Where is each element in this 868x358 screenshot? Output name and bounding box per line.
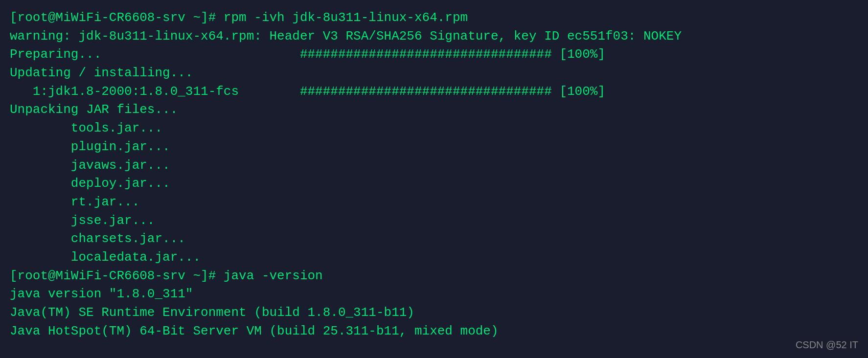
terminal-line: Java(TM) SE Runtime Environment (build 1… <box>10 304 858 322</box>
terminal-line: deploy.jar... <box>10 175 858 193</box>
terminal-line: tools.jar... <box>10 119 858 138</box>
terminal-line: Updating / installing... <box>10 64 858 83</box>
terminal-line: warning: jdk-8u311-linux-x64.rpm: Header… <box>10 27 858 46</box>
terminal-line: [root@MiWiFi-CR6608-srv ~]# java -versio… <box>10 267 858 286</box>
terminal-line: Java HotSpot(TM) 64-Bit Server VM (build… <box>10 322 858 341</box>
terminal-line: [root@MiWiFi-CR6608-srv ~]# rpm -ivh jdk… <box>10 9 858 27</box>
terminal-line: jsse.jar... <box>10 212 858 230</box>
terminal-line: 1:jdk1.8-2000:1.8.0_311-fcs ############… <box>10 83 858 101</box>
terminal-line: rt.jar... <box>10 193 858 212</box>
terminal-line: charsets.jar... <box>10 230 858 248</box>
terminal-line: java version "1.8.0_311" <box>10 285 858 304</box>
watermark: CSDN @52 IT <box>796 338 858 352</box>
terminal-line: Preparing... ###########################… <box>10 45 858 64</box>
terminal-line: plugin.jar... <box>10 138 858 157</box>
terminal-output: [root@MiWiFi-CR6608-srv ~]# rpm -ivh jdk… <box>10 9 858 340</box>
terminal-line: javaws.jar... <box>10 157 858 175</box>
terminal-line: localedata.jar... <box>10 248 858 267</box>
terminal-line: Unpacking JAR files... <box>10 101 858 119</box>
